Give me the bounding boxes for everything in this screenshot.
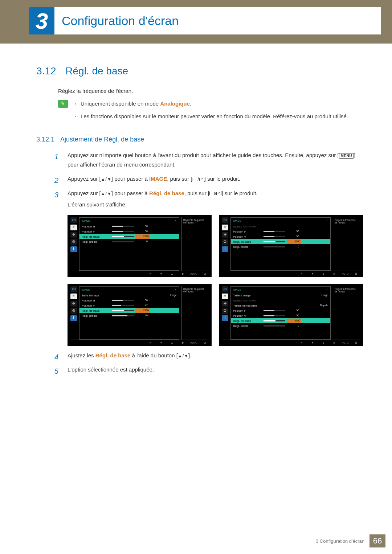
- osd-footer: ✕ ▼ ▲ ▶ AUTO ⏻: [70, 340, 209, 345]
- step-text: ] pour passer à: [111, 190, 149, 196]
- step-text: L'option sélectionnée est appliquée.: [68, 366, 154, 373]
- footer-auto: AUTO: [190, 272, 198, 276]
- row-value: 0: [287, 245, 299, 249]
- row-label: Position H: [233, 308, 262, 313]
- row-value: 70: [135, 313, 148, 318]
- row-label-selected: Régl. de base: [82, 308, 111, 313]
- row-label: Position V: [82, 303, 111, 308]
- footer-down-icon: ▼: [309, 272, 317, 276]
- osd-sidebar: [70, 217, 77, 271]
- up-arrow-icon: ▲: [326, 219, 328, 223]
- row-label: Taille d'image: [82, 293, 111, 298]
- step-text: Ajustez les: [68, 352, 95, 358]
- osd-sidebar: [222, 217, 228, 271]
- row-value: Large: [316, 293, 328, 297]
- osd-main: IMAGE▲ Niveau noir HDMI Position H50 Pos…: [230, 217, 331, 271]
- note-text: .: [190, 100, 191, 107]
- select-enter-icon: /: [192, 177, 204, 181]
- row-value: 42: [135, 303, 148, 308]
- up-down-icon: ▲/▼: [178, 354, 188, 358]
- footer-right-icon: ▶: [179, 341, 187, 345]
- step-text: ] sur le produit.: [204, 176, 240, 182]
- row-value: 50: [287, 234, 299, 239]
- footer-down-icon: ▼: [157, 341, 165, 345]
- row-label: Position H: [82, 224, 111, 229]
- osd-footer: ✕ ▼ ▲ ▶ AUTO ⏻: [222, 340, 360, 345]
- row-value: 50: [135, 229, 148, 234]
- row-value: 50: [287, 229, 299, 234]
- osd-sidebar: [70, 286, 77, 340]
- note-block: Uniquement disponible en mode Analogique…: [58, 100, 363, 125]
- note-text: Uniquement disponible en mode: [81, 100, 160, 107]
- step-1: 1 Appuyez sur n'importe quel bouton à l'…: [54, 151, 363, 169]
- up-arrow-icon: ▲: [175, 219, 177, 223]
- tab-gear-icon: [70, 308, 77, 314]
- tab-list-icon: [70, 294, 77, 299]
- osd-description: Réglez la fréquence de l'écran.: [333, 286, 360, 340]
- row-value: Rapide: [316, 303, 328, 308]
- footer-auto: AUTO: [341, 341, 349, 345]
- footer-up-icon: ▲: [319, 341, 327, 345]
- row-value: 0: [135, 239, 148, 244]
- row-value-selected: 2200: [287, 239, 301, 244]
- step-number: 4: [54, 351, 58, 363]
- row-label: Temps de réponse: [233, 303, 262, 308]
- up-arrow-icon: ▲: [175, 288, 177, 292]
- osd-panel-2: IMAGE▲ Niveau noir HDMI Position H50 Pos…: [219, 215, 363, 277]
- header-bar: 3 Configuration d'écran: [0, 0, 392, 44]
- footer-power-icon: ⏻: [201, 272, 209, 276]
- row-label: Régl. précis: [82, 239, 111, 245]
- row-value: 0: [287, 324, 299, 328]
- chapter-number: 3: [36, 10, 48, 32]
- osd-rows: Position H50 Position V50 Régl. de base2…: [79, 224, 179, 246]
- osd-panel-3: IMAGE▲ Taille d'imageLarge Position H50 …: [68, 284, 212, 346]
- osd-title: IMAGE: [233, 288, 241, 292]
- osd-description: Réglez la fréquence de l'écran.: [181, 286, 209, 340]
- row-label: Position H: [233, 229, 262, 234]
- select-enter-icon: /: [209, 192, 221, 196]
- row-label: Taille d'image: [233, 293, 262, 298]
- tab-list-icon: [222, 294, 228, 299]
- osd-title: IMAGE: [82, 288, 90, 292]
- row-label: Régl. précis: [233, 245, 262, 250]
- keyword-regl: Régl. de base: [95, 352, 131, 358]
- step-text: Appuyez sur [: [68, 176, 101, 182]
- tab-picture-icon: [70, 217, 77, 223]
- footer-up-icon: ▲: [319, 272, 327, 276]
- footer-up-icon: ▲: [168, 272, 176, 276]
- row-label: Position V: [233, 313, 262, 319]
- row-label-dim: Niveau noir HDMI: [233, 224, 262, 229]
- row-value-selected: 2200: [135, 308, 150, 313]
- up-down-icon: ▲/▼: [101, 177, 111, 181]
- osd-footer: ✕ ▼ ▲ ▶ AUTO ⏻: [70, 271, 209, 276]
- step-text: à l'aide du bouton [: [130, 352, 177, 358]
- content: 3.12 Régl. de base Réglez la fréquence d…: [36, 65, 363, 379]
- tab-gear-icon: [70, 239, 77, 245]
- chapter-box: 3: [29, 7, 54, 34]
- osd-description: Réglez la fréquence de l'écran.: [181, 217, 209, 271]
- steps-list: 1 Appuyez sur n'importe quel bouton à l'…: [54, 151, 363, 374]
- step-2: 2 Appuyez sur [▲/▼] pour passer à IMAGE,…: [54, 174, 363, 184]
- row-label-selected: Régl. de base: [82, 234, 111, 239]
- subsection-number: 3.12.1: [36, 136, 54, 143]
- footer-close-icon: ✕: [146, 272, 154, 276]
- tab-move-icon: [70, 301, 77, 307]
- step-text: , puis sur [: [184, 190, 209, 196]
- intro-text: Réglez la fréquence de l'écran.: [58, 88, 363, 94]
- row-value: 50: [287, 308, 299, 313]
- step-number: 3: [54, 189, 58, 201]
- step-number: 5: [54, 365, 58, 377]
- tab-info-icon: [70, 315, 77, 321]
- osd-main: IMAGE▲ Position H50 Position V50 Régl. d…: [79, 217, 179, 271]
- row-label-selected: Régl. de base: [233, 239, 262, 245]
- row-label: Position V: [82, 229, 111, 234]
- osd-main: IMAGE▲ Taille d'imageLarge Position H50 …: [79, 286, 179, 340]
- note-item: Uniquement disponible en mode Analogique…: [75, 100, 363, 108]
- tab-picture-icon: [70, 286, 77, 292]
- footer-down-icon: ▼: [309, 341, 317, 345]
- menu-chip: MENU: [339, 153, 354, 159]
- section-title: Régl. de base: [65, 65, 128, 77]
- osd-panel-4: IMAGE▲ Taille d'imageLarge Niveau noir H…: [219, 284, 363, 346]
- osd-title: IMAGE: [233, 219, 241, 223]
- osd-title: IMAGE: [82, 219, 90, 223]
